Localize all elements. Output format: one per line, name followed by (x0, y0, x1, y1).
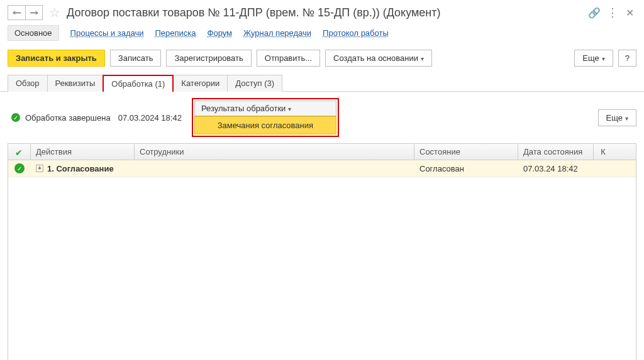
table-header: ✔ Действия Сотрудники Состояние Дата сос… (8, 144, 636, 160)
status-check-icon: ✓ (11, 113, 20, 122)
results-dropdown-button[interactable]: Результаты обработки (194, 101, 336, 116)
save-button[interactable]: Записать (110, 50, 162, 67)
processing-table: ✔ Действия Сотрудники Состояние Дата сос… (8, 143, 636, 360)
tab-processing[interactable]: Обработка (1) (103, 75, 174, 92)
nav-processes[interactable]: Процессы и задачи (70, 28, 144, 38)
th-employees[interactable]: Сотрудники (135, 144, 414, 160)
save-close-button[interactable]: Записать и закрыть (8, 50, 105, 67)
close-icon[interactable]: ✕ (623, 6, 636, 19)
back-button[interactable]: 🡐 (8, 5, 25, 20)
send-button[interactable]: Отправить... (257, 50, 320, 67)
tab-overview[interactable]: Обзор (8, 75, 48, 92)
check-icon: ✔ (15, 148, 24, 156)
expand-icon[interactable]: + (36, 165, 43, 172)
nav-forum[interactable]: Форум (208, 28, 233, 38)
dropdown-item-remarks[interactable]: Замечания согласования (194, 116, 336, 134)
chevron-down-icon (288, 104, 291, 113)
toolbar: Записать и закрыть Записать Зарегистриро… (0, 47, 644, 74)
forward-button[interactable]: 🡒 (25, 5, 43, 20)
row-k (594, 160, 613, 177)
nav-main[interactable]: Основное (8, 25, 59, 41)
register-button[interactable]: Зарегистрировать (166, 50, 251, 67)
document-title: Договор поставки товаров № 11-ДПР (врем.… (67, 6, 584, 19)
table-row[interactable]: ✓ + 1. Согласование Согласован 07.03.24 … (8, 160, 636, 177)
help-button[interactable]: ? (618, 50, 636, 67)
row-check-icon: ✓ (14, 163, 25, 173)
nav-transfer-log[interactable]: Журнал передачи (243, 28, 311, 38)
results-dropdown-label: Результаты обработки (201, 104, 286, 113)
status-more-label: Еще (606, 113, 623, 123)
th-check: ✔ (8, 144, 31, 160)
link-icon[interactable]: 🔗 (587, 6, 601, 19)
nav-links: Основное Процессы и задачи Переписка Фор… (0, 23, 644, 47)
status-more-button[interactable]: Еще (598, 109, 636, 126)
more-label: Еще (582, 53, 599, 63)
status-text: Обработка завершена (25, 113, 111, 123)
nav-correspondence[interactable]: Переписка (155, 28, 196, 38)
title-bar: 🡐 🡒 ☆ Договор поставки товаров № 11-ДПР … (0, 0, 644, 23)
table-empty-area (8, 177, 636, 360)
more-button[interactable]: Еще (574, 50, 613, 67)
kebab-menu-icon[interactable]: ⋮ (605, 6, 619, 19)
results-dropdown-highlight: Результаты обработки Замечания согласова… (192, 98, 339, 137)
th-k[interactable]: К (594, 144, 613, 160)
favorite-star-icon[interactable]: ☆ (49, 5, 60, 20)
tab-categories[interactable]: Категории (173, 75, 228, 92)
tab-access[interactable]: Доступ (3) (227, 75, 282, 92)
row-action: 1. Согласование (47, 164, 114, 173)
row-employee (135, 160, 414, 177)
tabs: Обзор Реквизиты Обработка (1) Категории … (0, 74, 644, 92)
th-state[interactable]: Состояние (414, 144, 518, 160)
th-state-date[interactable]: Дата состояния (518, 144, 594, 160)
row-state-date: 07.03.24 18:42 (518, 160, 594, 177)
status-date: 07.03.2024 18:42 (118, 113, 182, 123)
tab-requisites[interactable]: Реквизиты (47, 75, 104, 92)
status-bar: ✓ Обработка завершена 07.03.2024 18:42 Р… (0, 92, 644, 141)
th-actions[interactable]: Действия (31, 144, 135, 160)
create-based-button[interactable]: Создать на основании (325, 50, 432, 67)
create-based-label: Создать на основании (333, 53, 418, 63)
row-state: Согласован (414, 160, 518, 177)
nav-work-protocol[interactable]: Протокол работы (323, 28, 389, 38)
